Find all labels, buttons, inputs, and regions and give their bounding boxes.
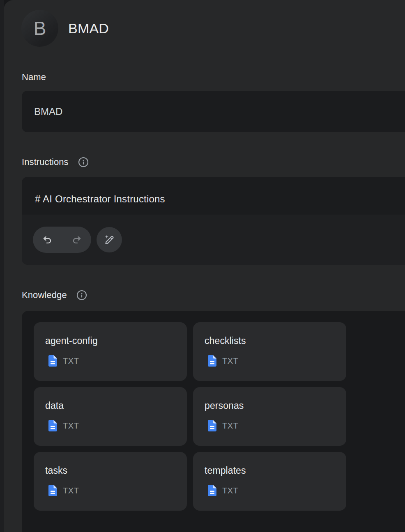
file-name: data bbox=[45, 400, 64, 411]
background-edge-strip bbox=[0, 0, 4, 532]
avatar: B bbox=[21, 10, 58, 47]
blue-document-icon bbox=[208, 355, 216, 367]
file-meta-row: TXT bbox=[48, 420, 79, 431]
magic-pencil-sparkle-icon bbox=[103, 234, 115, 246]
file-name: personas bbox=[205, 400, 244, 411]
file-meta-row: TXT bbox=[208, 485, 239, 496]
file-type-badge: TXT bbox=[222, 486, 239, 495]
redo-arrow-icon bbox=[71, 234, 82, 245]
avatar-letter: B bbox=[34, 19, 46, 38]
blue-document-icon bbox=[48, 420, 57, 431]
knowledge-file-card[interactable]: personas TXT bbox=[193, 387, 346, 446]
file-type-badge: TXT bbox=[63, 356, 79, 366]
file-name: templates bbox=[205, 465, 246, 476]
knowledge-file-card[interactable]: data TXT bbox=[34, 387, 187, 446]
file-type-badge: TXT bbox=[63, 486, 79, 495]
undo-redo-group bbox=[33, 227, 91, 253]
name-input[interactable] bbox=[22, 91, 405, 132]
knowledge-file-card[interactable]: templates TXT bbox=[193, 452, 346, 511]
file-type-badge: TXT bbox=[63, 421, 79, 431]
undo-arrow-icon bbox=[42, 234, 53, 245]
knowledge-info-icon[interactable] bbox=[76, 289, 87, 301]
instructions-label-row: Instructions bbox=[22, 156, 89, 168]
instructions-editor[interactable]: # AI Orchestrator Instructions bbox=[22, 177, 405, 265]
file-meta-row: TXT bbox=[48, 485, 79, 496]
knowledge-file-card[interactable]: agent-config TXT bbox=[34, 322, 187, 381]
blue-document-icon bbox=[48, 485, 57, 496]
name-label-row: Name bbox=[22, 72, 46, 83]
instructions-info-icon[interactable] bbox=[78, 156, 89, 168]
file-name: tasks bbox=[45, 465, 67, 476]
name-label: Name bbox=[22, 72, 46, 83]
file-meta-row: TXT bbox=[208, 355, 239, 367]
blue-document-icon bbox=[48, 355, 57, 367]
blue-document-icon bbox=[208, 420, 216, 431]
knowledge-file-card[interactable]: checklists TXT bbox=[193, 322, 346, 381]
instructions-text[interactable]: # AI Orchestrator Instructions bbox=[35, 193, 405, 205]
rewrite-with-ai-button[interactable] bbox=[97, 227, 122, 252]
file-type-badge: TXT bbox=[222, 356, 239, 366]
gem-editor-panel: B BMAD Name Instructions # AI Orchestrat… bbox=[4, 0, 405, 532]
knowledge-file-card[interactable]: tasks TXT bbox=[34, 452, 187, 511]
knowledge-panel: agent-config TXT checklists bbox=[22, 311, 405, 532]
file-meta-row: TXT bbox=[48, 355, 79, 367]
page-title: BMAD bbox=[68, 21, 109, 36]
knowledge-label: Knowledge bbox=[22, 290, 67, 300]
instructions-label: Instructions bbox=[22, 157, 69, 167]
file-type-badge: TXT bbox=[222, 421, 239, 431]
blue-document-icon bbox=[208, 485, 216, 496]
undo-button[interactable] bbox=[33, 227, 62, 253]
file-meta-row: TXT bbox=[208, 420, 239, 431]
knowledge-files-grid: agent-config TXT checklists bbox=[34, 322, 346, 511]
file-name: checklists bbox=[205, 335, 246, 346]
knowledge-label-row: Knowledge bbox=[22, 289, 87, 301]
file-name: agent-config bbox=[45, 335, 98, 346]
redo-button[interactable] bbox=[62, 227, 91, 253]
instructions-toolbar bbox=[33, 227, 122, 253]
